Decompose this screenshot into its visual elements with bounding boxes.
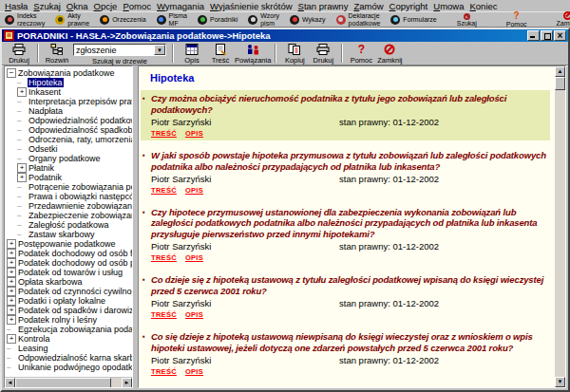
- tree-item-label[interactable]: Interpretacja przepisów prawa podatkoweg…: [28, 97, 132, 106]
- tree-expand-icon[interactable]: [17, 221, 28, 229]
- menu-item[interactable]: Opcje: [91, 1, 121, 11]
- tree-expand-icon[interactable]: [17, 212, 28, 219]
- tree-item[interactable]: Nadpłata: [7, 106, 132, 116]
- tree-item-label[interactable]: Podatek od towarów i usług: [17, 268, 124, 277]
- tresc-button[interactable]: Treść: [206, 43, 235, 65]
- tree-item[interactable]: Odsetki: [7, 144, 132, 154]
- tree-item-label[interactable]: Zobowiązania podatkowe: [17, 68, 116, 78]
- app-toolbar-button[interactable]: Formularze: [390, 15, 436, 25]
- chevron-down-icon[interactable]: ▼: [154, 45, 165, 55]
- scroll-right-icon[interactable]: ►: [122, 378, 132, 388]
- tree-item-label[interactable]: Przedawnienie zobowiązania podat: [28, 201, 132, 211]
- tree-expand-icon[interactable]: [17, 202, 28, 210]
- tree-expand-icon[interactable]: [7, 306, 17, 315]
- tree-item[interactable]: Inkasent: [7, 87, 132, 97]
- tree-item[interactable]: Zastaw skarbowy: [7, 230, 132, 239]
- app-toolbar-button[interactable]: Szukaj: [457, 12, 477, 27]
- rozwin-button[interactable]: Rozwiń: [43, 43, 71, 65]
- tree-item[interactable]: Podatek rolny i leśny: [7, 315, 132, 325]
- tree-item[interactable]: Postępowanie podatkowe: [7, 239, 132, 249]
- tree-expand-icon[interactable]: [7, 277, 17, 287]
- tree-expand-icon[interactable]: [17, 145, 28, 153]
- tree-item-label[interactable]: Zabezpieczenie zobowiązania poda: [28, 211, 132, 220]
- tree-expand-icon[interactable]: [17, 163, 28, 173]
- tree-expand-icon[interactable]: [7, 258, 17, 268]
- tree-item[interactable]: Zaległość podatkowa: [7, 220, 132, 230]
- tree-item[interactable]: Interpretacja przepisów prawa podatkoweg…: [7, 97, 132, 106]
- tree-item[interactable]: Odpowiedzialność spadkobiercy i z: [7, 125, 132, 135]
- tree-search-combo[interactable]: zgłoszenie ▼: [73, 44, 166, 56]
- scrollbar-track[interactable]: [555, 90, 565, 377]
- tree-item-label[interactable]: Podatnik: [28, 173, 63, 182]
- tree-expand-icon[interactable]: [7, 268, 17, 277]
- tree-expand-icon[interactable]: [17, 126, 28, 134]
- app-toolbar-button[interactable]: Pisma MF: [157, 12, 187, 27]
- tree-expand-icon[interactable]: [7, 239, 17, 249]
- tree-expand-icon[interactable]: [17, 173, 28, 182]
- menu-item[interactable]: Copyright: [387, 1, 431, 11]
- tresc-link[interactable]: TREŚĆ: [151, 129, 177, 138]
- tree-item[interactable]: Przedawnienie zobowiązania podat: [7, 201, 132, 211]
- tree-item-label[interactable]: Opłata skarbowa: [17, 277, 84, 287]
- tree-item-label[interactable]: Postępowanie podatkowe: [17, 239, 117, 249]
- tree-item-label[interactable]: Odpowiedzialność podatkowa osób: [28, 116, 132, 125]
- tresc-link[interactable]: TREŚĆ: [151, 253, 177, 262]
- tree-item[interactable]: Hipoteka: [7, 78, 132, 87]
- combo-value[interactable]: zgłoszenie: [74, 46, 154, 55]
- tree-item-label[interactable]: Potrącenie zobowiązania podatkow: [28, 182, 132, 192]
- app-toolbar-button[interactable]: Wykazy: [290, 15, 325, 25]
- tree-item[interactable]: Unikanie podwójnego opodatkowania: [7, 363, 132, 372]
- tree-item[interactable]: Płatnik: [7, 163, 132, 173]
- tree-item[interactable]: Odpowiedzialność karna skarbowa: [7, 353, 132, 363]
- tree-item-label[interactable]: Inkasent: [28, 87, 62, 97]
- menu-item[interactable]: Okna: [64, 1, 91, 11]
- tree-item[interactable]: Zabezpieczenie zobowiązania poda: [7, 211, 132, 220]
- tree-item-label[interactable]: Nadpłata: [28, 106, 64, 116]
- content-vertical-scrollbar[interactable]: ▲ ▼: [555, 66, 565, 387]
- tree-item-label[interactable]: Podatek od czynności cywilnoprawnych: [17, 287, 132, 296]
- tree-item[interactable]: Zobowiązania podatkowe: [7, 68, 132, 78]
- opis-link[interactable]: OPIS: [185, 186, 203, 195]
- tree-expand-icon[interactable]: [7, 296, 17, 306]
- tree-expand-icon[interactable]: [7, 315, 17, 325]
- tree-item[interactable]: Kontrola: [7, 334, 132, 344]
- tree-item[interactable]: Odpowiedzialność podatkowa osób: [7, 116, 132, 125]
- tree-item-label[interactable]: Podatek dochodowy od osób prawnych: [17, 258, 132, 268]
- tree-item-label[interactable]: Podatek od spadków i darowizn: [17, 306, 132, 315]
- tree-expand-icon[interactable]: [17, 231, 28, 238]
- tree-item[interactable]: Odroczenia, raty, umorzenia: [7, 135, 132, 144]
- minimize[interactable]: [527, 30, 540, 41]
- powiazania-button[interactable]: Powiązania: [235, 43, 271, 65]
- tree-expand-icon[interactable]: [7, 326, 17, 333]
- restore[interactable]: [541, 30, 553, 41]
- tree-item-label[interactable]: Leasing: [17, 344, 49, 353]
- opis-link[interactable]: OPIS: [185, 310, 203, 319]
- tree-expand-icon[interactable]: [7, 287, 17, 296]
- tree-item[interactable]: Opłata skarbowa: [7, 277, 132, 287]
- zamknij-button[interactable]: Zamknij: [375, 43, 404, 65]
- tree-item-label[interactable]: Odpowiedzialność karna skarbowa: [17, 353, 132, 363]
- menu-item[interactable]: Wymagania: [154, 1, 207, 11]
- app-toolbar-button[interactable]: Wzory pism: [248, 12, 279, 27]
- scroll-down-icon[interactable]: ▼: [555, 377, 565, 387]
- tree-expand-icon[interactable]: [17, 117, 28, 124]
- app-toolbar-button[interactable]: Akty prawne: [55, 12, 89, 27]
- window-titlebar[interactable]: PORADNIKI - HASŁA->Zobowiązania podatkow…: [2, 29, 568, 42]
- tree-item[interactable]: Podatek od czynności cywilnoprawnych: [7, 287, 132, 296]
- scrollbar-thumb[interactable]: [555, 77, 565, 90]
- tree-item-label[interactable]: Odpowiedzialność spadkobiercy i z: [28, 125, 132, 135]
- tree-item-label[interactable]: Odsetki: [28, 144, 59, 154]
- menu-item[interactable]: Pomoc: [120, 1, 154, 11]
- tresc-link[interactable]: TREŚĆ: [151, 367, 177, 376]
- opis-link[interactable]: OPIS: [185, 129, 203, 138]
- tree-item-label[interactable]: Egzekucja zobowiązania podatkowego: [17, 325, 132, 334]
- app-toolbar-button[interactable]: Zamknij: [557, 11, 570, 27]
- scroll-left-icon[interactable]: ◄: [5, 378, 15, 388]
- tree-expand-icon[interactable]: [7, 249, 17, 258]
- tree-item[interactable]: Potrącenie zobowiązania podatkow: [7, 182, 132, 192]
- pomoc-button[interactable]: ? Pomoc: [347, 43, 375, 65]
- tree-item[interactable]: Podatek dochodowy od osób prawnych: [7, 258, 132, 268]
- tree-item[interactable]: Prawa i obowiązki następców praw: [7, 192, 132, 201]
- scrollbar-track[interactable]: [111, 378, 123, 387]
- menu-item[interactable]: Umowa: [430, 1, 466, 11]
